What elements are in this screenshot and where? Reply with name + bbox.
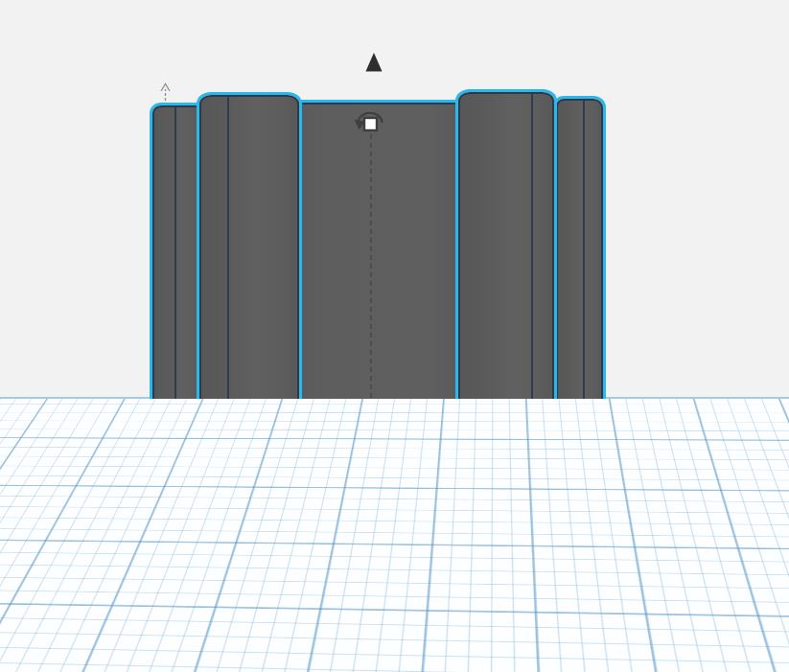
selection-center-point — [366, 539, 376, 548]
shape-left-column[interactable] — [199, 95, 299, 613]
shape-outer-left-column[interactable] — [152, 105, 203, 597]
shape-right-column[interactable] — [458, 92, 554, 614]
shape-center-slab[interactable] — [291, 103, 466, 601]
scale-handle-mid-left[interactable] — [179, 537, 192, 549]
stretch-handle-right-depth[interactable] — [576, 569, 586, 579]
stretch-handle-front[interactable] — [372, 606, 383, 617]
scale-height-handle[interactable] — [364, 118, 377, 130]
column-edge-line — [227, 97, 229, 611]
stretch-handle-left-depth[interactable] — [164, 568, 174, 577]
scale-handle-mid-right[interactable] — [547, 540, 560, 552]
viewport-3d[interactable] — [0, 0, 789, 672]
scale-corner-handle-bottom-left[interactable] — [142, 603, 154, 615]
selected-object-group — [0, 0, 789, 672]
scale-corner-handle-bottom-right[interactable] — [608, 609, 620, 621]
column-edge-line — [531, 94, 533, 613]
column-edge-line — [583, 101, 585, 592]
shape-outer-right-column[interactable] — [556, 99, 603, 594]
column-edge-line — [174, 107, 176, 595]
